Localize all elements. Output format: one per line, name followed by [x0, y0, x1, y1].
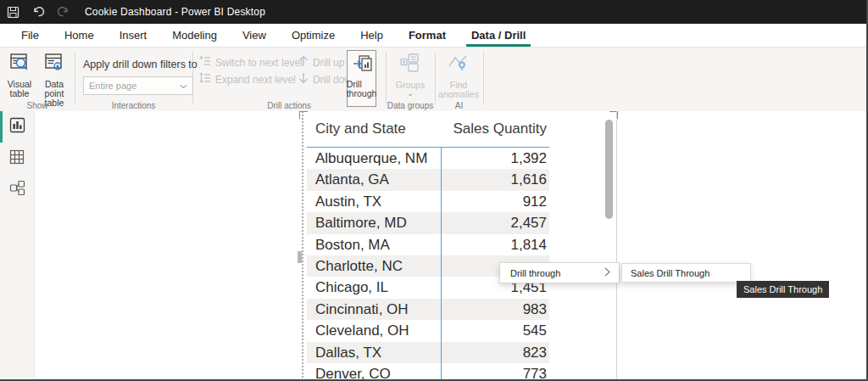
- table-row[interactable]: Albuquerque, NM 1,392: [307, 148, 549, 169]
- table-header: City and State Sales Quantity: [307, 111, 549, 148]
- drill-filters-dropdown: Entire page: [83, 76, 193, 95]
- power-bi-window: Cookie Dashboard - Power BI Desktop File…: [0, 0, 868, 381]
- data-groups-group-label: Data groups: [386, 101, 435, 110]
- report-canvas: City and State Sales Quantity Albuquerqu…: [0, 111, 868, 381]
- drill-down-icon: [298, 72, 309, 87]
- ribbon-tab-bar: File Home Insert Modeling View Optimize …: [0, 24, 868, 48]
- dropdown-value: Entire page: [89, 81, 136, 91]
- view-sidebar: [0, 111, 35, 381]
- expand-next-level-label: Expand next level: [215, 74, 296, 86]
- data-view-icon: [9, 149, 25, 168]
- cell-qty: 912: [441, 191, 549, 212]
- chevron-right-icon: [604, 267, 610, 278]
- sidebar-item-data-view[interactable]: [0, 143, 34, 174]
- groups-button: Groups ⌄: [389, 53, 431, 97]
- data-point-table-icon: [43, 52, 65, 77]
- cell-qty: 1,814: [441, 234, 549, 255]
- cell-city: Denver, CO: [307, 363, 441, 381]
- table-row[interactable]: Cleveland, OH 545: [307, 320, 549, 341]
- table-row[interactable]: Baltimore, MD 2,457: [307, 212, 549, 233]
- data-point-table-button[interactable]: Data point table: [36, 52, 73, 108]
- menu-tab[interactable]: Insert: [107, 24, 160, 47]
- table-scrollbar[interactable]: [605, 120, 613, 219]
- tooltip-text: Sales Drill Through: [743, 284, 822, 294]
- column-header-city[interactable]: City and State: [307, 120, 441, 137]
- group-separator: [75, 52, 75, 104]
- find-anomalies-button: Find anomalies: [437, 53, 481, 99]
- ribbon: Visual table Data point table Show Apply…: [0, 48, 868, 112]
- group-separator: [386, 52, 387, 104]
- drill-through-button[interactable]: Drill through: [347, 50, 376, 107]
- drill-actions-group-label: Drill actions: [192, 101, 386, 110]
- ai-group-label: AI: [435, 101, 483, 110]
- menu-tab[interactable]: Home: [52, 24, 107, 47]
- undo-icon[interactable]: [25, 3, 51, 21]
- table-row[interactable]: Cincinnati, OH 983: [307, 299, 549, 320]
- cell-city: Albuquerque, NM: [307, 148, 441, 169]
- cell-qty: 773: [441, 363, 549, 381]
- menu-tab[interactable]: Format: [396, 24, 459, 47]
- show-group-label: Show: [0, 101, 75, 110]
- groups-icon: [399, 53, 421, 78]
- cell-city: Atlanta, GA: [307, 169, 441, 190]
- visual-table-button[interactable]: Visual table: [3, 52, 36, 98]
- find-anomalies-label: Find anomalies: [437, 81, 481, 99]
- interactions-group-label: Interactions: [75, 101, 192, 110]
- menu-tab[interactable]: Modeling: [159, 24, 230, 47]
- cell-qty: 983: [441, 299, 549, 320]
- table-row[interactable]: Denver, CO 773: [307, 363, 549, 381]
- cell-city: Dallas, TX: [307, 342, 441, 363]
- cell-qty: 2,457: [441, 212, 549, 233]
- switch-next-level-label: Switch to next level: [215, 57, 303, 69]
- cell-city: Boston, MA: [307, 234, 441, 255]
- group-separator: [435, 52, 436, 104]
- drill-up-label: Drill up: [313, 57, 344, 69]
- drill-up-icon: [298, 55, 309, 70]
- expand-next-level-item: Expand next level: [199, 72, 296, 87]
- drill-through-icon: [352, 54, 372, 78]
- cell-qty: 1,392: [441, 148, 549, 169]
- context-menu-drill-through[interactable]: Drill through: [499, 262, 620, 283]
- title-bar: Cookie Dashboard - Power BI Desktop: [0, 0, 868, 24]
- cell-city: Cincinnati, OH: [307, 299, 441, 320]
- chevron-down-icon: [180, 81, 187, 91]
- sidebar-item-report-view[interactable]: [0, 111, 34, 143]
- menu-tab[interactable]: Optimize: [279, 24, 348, 47]
- menu-tab[interactable]: View: [230, 24, 279, 47]
- drill-filters-caption: Apply drill down filters to: [83, 59, 198, 70]
- visual-right-border: [616, 111, 617, 381]
- find-anomalies-icon: [448, 53, 470, 78]
- table-row[interactable]: Dallas, TX 823: [307, 342, 549, 363]
- sidebar-item-model-view[interactable]: [0, 174, 34, 205]
- tooltip: Sales Drill Through: [737, 281, 829, 298]
- group-separator: [483, 52, 484, 104]
- context-menu-label: Drill through: [510, 268, 560, 278]
- menu-tab[interactable]: Help: [348, 24, 396, 47]
- cell-city: Baltimore, MD: [307, 212, 441, 233]
- switch-next-level-item: Switch to next level: [199, 55, 303, 70]
- table-row[interactable]: Boston, MA 1,814: [307, 234, 549, 255]
- report-view-icon: [9, 117, 25, 137]
- submenu-label: Sales Drill Through: [631, 268, 709, 278]
- expand-level-icon: [199, 72, 211, 87]
- cell-qty: 545: [441, 320, 549, 341]
- table-row[interactable]: Austin, TX 912: [307, 191, 549, 212]
- visual-drag-handle[interactable]: [298, 251, 302, 263]
- cell-city: Charlotte, NC: [307, 255, 441, 277]
- save-icon[interactable]: [0, 3, 25, 21]
- menu-tab[interactable]: File: [8, 24, 52, 47]
- table-row[interactable]: Atlanta, GA 1,616: [307, 169, 549, 190]
- menu-tab[interactable]: Data / Drill: [459, 24, 538, 47]
- cell-qty: 823: [441, 342, 549, 363]
- redo-icon[interactable]: [51, 3, 76, 21]
- submenu-sales-drill-through[interactable]: Sales Drill Through: [621, 263, 751, 283]
- cell-qty: 1,616: [441, 169, 549, 190]
- chevron-down-icon: ⌄: [407, 90, 414, 97]
- drill-through-label: Drill through: [347, 80, 377, 98]
- window-title: Cookie Dashboard - Power BI Desktop: [85, 6, 265, 18]
- cell-city: Chicago, IL: [307, 277, 441, 298]
- cell-city: Austin, TX: [307, 191, 441, 212]
- model-view-icon: [9, 180, 25, 199]
- table-visual: City and State Sales Quantity Albuquerqu…: [307, 111, 549, 381]
- column-header-qty[interactable]: Sales Quantity: [441, 120, 549, 137]
